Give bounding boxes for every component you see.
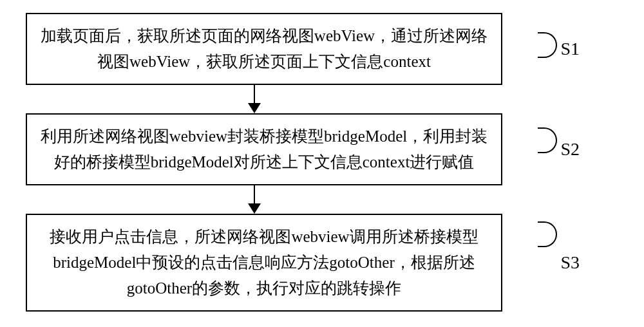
- arrow-1: [248, 85, 261, 113]
- step-2-wrapper: 利用所述网络视图webview封装桥接模型bridgeModel，利用封装好的桥…: [26, 113, 618, 185]
- step-1-box: 加载页面后，获取所述页面的网络视图webView，通过所述网络视图webView…: [26, 13, 502, 85]
- step-3-wrapper: 接收用户点击信息，所述网络视图webview调用所述桥接模型bridgeMode…: [26, 214, 618, 312]
- arrow-2-line: [254, 185, 255, 203]
- step-3-connector: [538, 221, 557, 247]
- arrow-2-head: [248, 203, 261, 214]
- step-1-wrapper: 加载页面后，获取所述页面的网络视图webView，通过所述网络视图webView…: [26, 13, 618, 85]
- step-1-connector: [538, 32, 557, 58]
- flowchart-container: 加载页面后，获取所述页面的网络视图webView，通过所述网络视图webView…: [26, 13, 618, 312]
- step-1-text: 加载页面后，获取所述页面的网络视图webView，通过所述网络视图webView…: [41, 27, 488, 70]
- step-3-text: 接收用户点击信息，所述网络视图webview调用所述桥接模型bridgeMode…: [50, 228, 478, 297]
- step-2-connector: [538, 127, 557, 153]
- arrow-1-head: [248, 103, 261, 113]
- arrow-1-line: [254, 85, 255, 103]
- step-3-box: 接收用户点击信息，所述网络视图webview调用所述桥接模型bridgeMode…: [26, 214, 502, 312]
- step-1-label: S1: [560, 39, 580, 59]
- step-2-text: 利用所述网络视图webview封装桥接模型bridgeModel，利用封装好的桥…: [41, 127, 488, 171]
- step-3-label: S3: [560, 252, 580, 273]
- step-2-box: 利用所述网络视图webview封装桥接模型bridgeModel，利用封装好的桥…: [26, 113, 502, 185]
- step-2-label: S2: [560, 139, 580, 160]
- arrow-2: [248, 185, 261, 214]
